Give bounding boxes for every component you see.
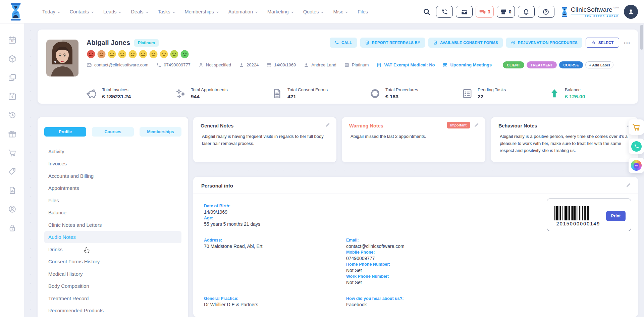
mood-face-icon[interactable] (139, 50, 148, 60)
search-icon[interactable] (423, 8, 431, 16)
stat-text: Total Invoices£ 185231.24 (102, 87, 131, 100)
consent-file-icon (271, 88, 283, 100)
mood-face-icon[interactable] (97, 50, 106, 60)
rail-calendar-in-icon[interactable] (8, 92, 17, 101)
phone-call-icon (441, 8, 448, 15)
nav-item-leads[interactable]: Leads (103, 9, 122, 14)
nav-item-memberships[interactable]: Memberships (185, 9, 219, 14)
mood-face-icon[interactable] (180, 50, 189, 60)
rail-report-icon[interactable] (8, 186, 17, 195)
nav-item-quotes[interactable]: Quotes (303, 9, 324, 14)
select-button[interactable]: SELECT (586, 38, 619, 48)
contact-item: 14/09/1969 (266, 62, 296, 68)
nav-item-deals[interactable]: Deals (131, 9, 149, 14)
stat-label: Total Consent Forms (287, 87, 328, 92)
nav-item-tasks[interactable]: Tasks (158, 9, 176, 14)
rail-lock-icon[interactable] (8, 223, 17, 232)
sidebar-item-balance[interactable]: Balance (44, 207, 181, 219)
store-button[interactable]: 0 (497, 6, 515, 18)
mood-face-icon[interactable] (149, 50, 158, 60)
tab-profile[interactable]: Profile (44, 127, 86, 137)
scrollbar-thumb[interactable] (640, 25, 643, 50)
note-title: Behaviour Notes (498, 123, 631, 128)
consent-icon (433, 40, 438, 45)
contact-item[interactable]: VAT Exempt Medical: No (376, 62, 435, 68)
chat-button[interactable]: 3 (476, 6, 494, 18)
sidebar-item-clinic-notes-and-letters[interactable]: Clinic Notes and Letters (44, 219, 181, 231)
floating-cart-button[interactable] (629, 119, 644, 135)
sidebar-item-accounts-and-billing[interactable]: Accounts and Billing (44, 170, 181, 182)
personal-info-card: Personal info Date of Birth:14/09/1969Ag… (193, 177, 638, 317)
more-options-button[interactable]: ••• (624, 40, 631, 45)
sidebar-item-files[interactable]: Files (44, 194, 181, 207)
add-label-button[interactable]: + Add Label (585, 61, 613, 68)
client-actions: CALLREPORT REFERRALS BYAVAILABLE CONSENT… (330, 38, 631, 48)
rail-cart-icon[interactable] (8, 148, 17, 157)
nav-item-label: Deals (131, 9, 143, 14)
nav-item-marketing[interactable]: Marketing (267, 9, 294, 14)
action-button-report-referrals-by[interactable]: REPORT REFERRALS BY (360, 38, 425, 48)
nav-item-label: Today (42, 9, 55, 14)
contact-item: Andree Land (304, 62, 336, 68)
sidebar-item-recommended-products[interactable]: Recommended Products (44, 305, 181, 317)
client-label-pill[interactable]: TREATMENT (527, 61, 557, 68)
user-avatar[interactable] (624, 5, 638, 19)
mood-face-icon[interactable] (118, 50, 127, 60)
print-button[interactable]: Print (606, 211, 626, 221)
mood-face-icon[interactable] (107, 50, 116, 60)
action-button-rejuvenation-procedures[interactable]: REJUVENATION PROCEDURES (506, 38, 582, 48)
sidebar-item-invoices[interactable]: Invoices (44, 158, 181, 170)
rail-gift-icon[interactable] (8, 129, 17, 139)
sidebar-item-appointments[interactable]: Appointments (44, 182, 181, 195)
nav-item-misc[interactable]: Misc (333, 9, 348, 14)
rail-history-icon[interactable] (8, 111, 17, 120)
sidebar-item-consent-forms-history[interactable]: Consent Forms History (44, 256, 181, 268)
floating-ai-button[interactable]: AI (629, 158, 644, 173)
nav-item-label: Files (358, 9, 368, 14)
edit-pencil-icon[interactable] (626, 182, 631, 188)
nav-item-today[interactable]: Today (42, 9, 61, 14)
action-button-call[interactable]: CALL (330, 38, 357, 48)
rail-account-icon[interactable] (8, 205, 17, 214)
nav-item-contacts[interactable]: Contacts (70, 9, 94, 14)
pencil-icon[interactable] (325, 122, 330, 127)
sidebar-item-body-composition[interactable]: Body Composition (44, 280, 181, 293)
nav-item-files[interactable]: Files (358, 9, 368, 14)
sidebar-item-drinks[interactable]: Drinks (44, 243, 181, 256)
clinicsoftware-hourglass-logo[interactable] (8, 2, 23, 21)
rail-tag-icon[interactable] (8, 167, 17, 176)
chevron-down-icon (255, 10, 258, 14)
client-label-pill[interactable]: COURSE (559, 61, 583, 68)
sidebar-item-medical-history[interactable]: Medical History (44, 268, 181, 280)
mood-face-icon[interactable] (128, 50, 137, 60)
sidebar-item-audio-notes[interactable]: Audio Notes (44, 231, 181, 244)
brand-logo[interactable]: ClinicSoftware.com TEN STEPS AHEAD (560, 6, 619, 17)
tab-courses[interactable]: Courses (92, 127, 134, 137)
pencil-icon[interactable] (474, 122, 479, 127)
contact-item-text: contact@clinicsoftware.com (94, 62, 148, 67)
action-button-available-consent-forms[interactable]: AVAILABLE CONSENT FORMS (428, 38, 503, 48)
help-button[interactable] (538, 6, 554, 18)
nav-item-label: Contacts (70, 9, 89, 14)
client-label-pill[interactable]: CLIENT (503, 61, 524, 68)
field-label: Address: (204, 238, 262, 243)
contact-item[interactable]: Upcoming Meetings (442, 62, 492, 68)
floating-phone-button[interactable] (629, 139, 644, 154)
notifications-button[interactable] (518, 6, 535, 18)
mood-face-icon[interactable] (87, 50, 96, 60)
sidebar-item-activity[interactable]: Activity (44, 145, 181, 158)
dialer-button[interactable] (436, 6, 453, 18)
mood-face-icon[interactable] (159, 50, 168, 60)
client-photo[interactable] (46, 40, 78, 76)
rail-copy-icon[interactable] (8, 73, 17, 82)
stat-total-invoices: Total Invoices£ 185231.24 (86, 87, 131, 100)
field-value: Not Set (346, 268, 405, 273)
inbox-button[interactable] (456, 6, 473, 18)
tab-memberships[interactable]: Memberships (140, 127, 181, 137)
sidebar-item-treatment-record[interactable]: Treatment Record (44, 292, 181, 305)
mood-face-icon[interactable] (170, 50, 179, 60)
personal-info-block: How did you hear about us?:Facebook (346, 296, 404, 308)
rail-calendar-icon[interactable]: 12 (8, 36, 17, 45)
nav-item-automation[interactable]: Automation (228, 9, 258, 14)
rail-package-icon[interactable] (8, 54, 17, 63)
